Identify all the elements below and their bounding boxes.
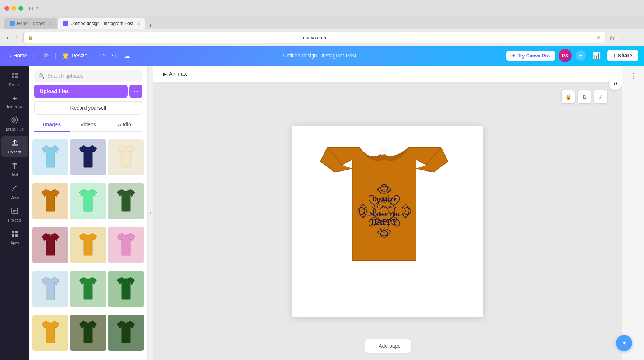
browser-newtab-button[interactable]: +: [619, 33, 627, 42]
search-bar: 🔍: [34, 70, 142, 82]
browser-tab-design[interactable]: Untitled design - Instagram Post ✕: [58, 18, 145, 29]
add-page-button[interactable]: + Add page: [364, 339, 411, 353]
lock-canvas-button[interactable]: 🔒: [562, 90, 575, 103]
sidebar-item-uploads[interactable]: Uploads: [1, 136, 28, 157]
projects-icon: [11, 207, 19, 217]
canva-pro-label: Try Canva Pro: [518, 53, 550, 59]
browser-tabs: Home - Canva ✕ Untitled design - Instagr…: [0, 16, 644, 29]
address-text: canva.com: [35, 35, 594, 40]
svg-rect-13: [49, 234, 52, 234]
sidebar-item-design[interactable]: Design: [1, 68, 28, 90]
brand-hub-icon: [11, 116, 19, 126]
image-grid: [29, 136, 147, 360]
header-separator: |: [33, 52, 34, 59]
browser-tab-home[interactable]: Home - Canva ✕: [4, 18, 57, 29]
tab-videos[interactable]: Videos: [70, 118, 106, 132]
window-controls: [4, 6, 23, 11]
redo-button[interactable]: ↪: [109, 51, 120, 61]
resize-label: Resize: [71, 53, 87, 59]
list-item[interactable]: [32, 139, 68, 175]
sidebar-toggle-icon[interactable]: ⊟: [29, 5, 34, 11]
canvas-toolbar: ▶ Animate ···: [153, 66, 622, 83]
duplicate-canvas-button[interactable]: ⧉: [578, 90, 591, 103]
header-separator2: |: [54, 52, 56, 59]
list-item[interactable]: [70, 271, 106, 307]
browser-back-button[interactable]: ‹: [4, 33, 11, 42]
analytics-button[interactable]: 📊: [590, 50, 603, 61]
sidebar-item-label-text: Text: [11, 173, 18, 177]
sidebar-item-apps[interactable]: Apps: [1, 227, 28, 248]
file-label: File: [41, 53, 49, 59]
header-resize-button[interactable]: 🌟 Resize: [58, 50, 91, 61]
list-item[interactable]: [108, 183, 144, 219]
list-item[interactable]: [108, 315, 144, 351]
sidebar-item-projects[interactable]: Projects: [1, 204, 28, 225]
add-collaborator-button[interactable]: +: [576, 50, 586, 61]
refresh-canvas-button[interactable]: ↺: [609, 77, 622, 90]
avatar-button[interactable]: P&: [559, 49, 572, 62]
svg-rect-6: [12, 144, 18, 146]
browser-share-button[interactable]: ⎙: [608, 33, 616, 42]
list-item[interactable]: [70, 139, 106, 175]
tab-arrow-right-icon[interactable]: ›: [41, 6, 42, 11]
tab-arrow-left-icon[interactable]: ‹: [36, 6, 38, 11]
header-actions: ✦ Try Canva Pro P& + 📊 ↑ Share: [506, 49, 638, 62]
more-options-button[interactable]: ···: [201, 68, 211, 80]
design-tab-close-icon[interactable]: ✕: [137, 22, 140, 26]
right-panel-button-1[interactable]: ⋮: [626, 68, 641, 83]
list-item[interactable]: [70, 183, 106, 219]
header-center: Untitled design - Instagram Post: [139, 52, 500, 59]
list-item[interactable]: [108, 227, 144, 263]
sidebar-item-label-uploads: Uploads: [8, 150, 22, 154]
search-input[interactable]: [47, 73, 138, 79]
home-tab-close-icon[interactable]: ✕: [49, 22, 52, 26]
svg-text:Do More: Do More: [372, 195, 396, 202]
svg-rect-17: [380, 148, 388, 152]
sidebar-item-brand-hub[interactable]: Brand Hub: [1, 113, 28, 134]
svg-rect-14: [125, 278, 127, 278]
try-canva-pro-button[interactable]: ✦ Try Canva Pro: [506, 51, 555, 61]
header-file-button[interactable]: File: [37, 50, 53, 61]
new-tab-button[interactable]: +: [146, 21, 155, 29]
record-yourself-button[interactable]: Record yourself: [34, 101, 142, 115]
tab-audio[interactable]: Audio: [106, 118, 142, 132]
sidebar-item-draw[interactable]: Draw: [1, 181, 28, 202]
sidebar-item-text[interactable]: T Text: [1, 159, 28, 180]
upload-files-button[interactable]: Upload files: [34, 85, 128, 98]
header-home-button[interactable]: ‹ Home: [6, 50, 31, 61]
draw-icon: [11, 184, 19, 194]
share-button[interactable]: ↑ Share: [607, 50, 638, 61]
star-icon: ✦: [511, 53, 515, 59]
tab-images[interactable]: Images: [34, 118, 70, 132]
list-item[interactable]: [32, 315, 68, 351]
list-item[interactable]: [70, 315, 106, 351]
browser-menu-button[interactable]: ⋯: [630, 33, 640, 42]
collapse-panel-button[interactable]: ‹: [147, 66, 153, 360]
browser-forward-button[interactable]: ›: [14, 33, 20, 42]
home-chevron-icon: ‹: [10, 53, 11, 58]
svg-rect-8: [12, 208, 18, 214]
animate-button[interactable]: ▶ Animate: [159, 69, 191, 79]
list-item[interactable]: [32, 271, 68, 307]
list-item[interactable]: [108, 139, 144, 175]
list-item[interactable]: [32, 227, 68, 263]
window-maximize-button[interactable]: [18, 6, 23, 11]
list-item[interactable]: [32, 183, 68, 219]
window-close-button[interactable]: [4, 6, 9, 11]
upload-button-row: Upload files ···: [34, 85, 142, 98]
list-item[interactable]: [108, 271, 144, 307]
sidebar-item-elements[interactable]: ✦ Elements: [1, 91, 28, 112]
svg-rect-1: [15, 73, 18, 75]
canvas-top-icons: 🔒 ⧉ ⤢: [562, 90, 607, 103]
undo-button[interactable]: ↩: [97, 51, 108, 61]
list-item[interactable]: [70, 227, 106, 263]
canvas-area: ▶ Animate ··· 🔒 ⧉ ⤢ ↺: [153, 66, 622, 360]
resize-canvas-button[interactable]: ⤢: [594, 90, 607, 103]
home-tab-label: Home - Canva: [17, 21, 45, 26]
window-minimize-button[interactable]: [11, 6, 16, 11]
upload-more-options-button[interactable]: ···: [129, 85, 142, 98]
magic-assistant-button[interactable]: ✦: [616, 335, 632, 351]
sync-button[interactable]: ☁: [121, 51, 133, 61]
address-bar[interactable]: 🔒 canva.com ↺: [23, 32, 606, 43]
reload-icon[interactable]: ↺: [596, 35, 601, 40]
